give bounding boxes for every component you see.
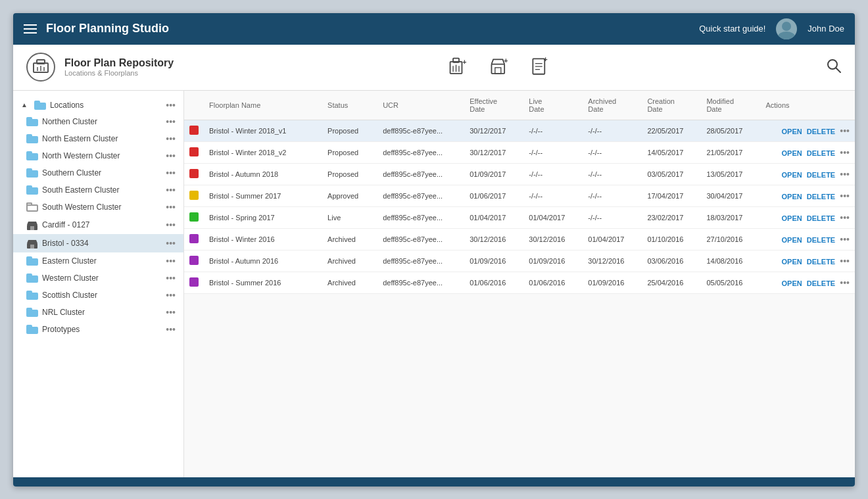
sidebar-item-bristol[interactable]: Bristol - 0334 ••• (13, 234, 183, 252)
row-modified-date: 13/05/2017 (701, 163, 760, 185)
root-dots-menu[interactable]: ••• (166, 100, 176, 110)
delete-button[interactable]: DELETE (807, 236, 835, 244)
open-button[interactable]: OPEN (782, 258, 802, 266)
row-more-menu[interactable]: ••• (840, 126, 850, 136)
open-button[interactable]: OPEN (782, 128, 802, 135)
delete-button[interactable]: DELETE (807, 214, 835, 222)
row-name: Bristol - Winter 2018_v1 (204, 120, 322, 141)
sidebar-item-south-western[interactable]: South Western Cluster ••• (13, 199, 183, 216)
sidebar-item-northen[interactable]: Northen Cluster ••• (13, 113, 183, 130)
delete-button[interactable]: DELETE (807, 258, 835, 266)
top-navigation: Floor Planning Studio Quick start guide!… (13, 13, 855, 45)
open-button[interactable]: OPEN (782, 171, 802, 179)
item-dots-menu[interactable]: ••• (166, 256, 176, 266)
open-button[interactable]: OPEN (782, 214, 802, 222)
svg-point-1 (778, 32, 795, 39)
sidebar-item-prototypes[interactable]: Prototypes ••• (13, 321, 183, 338)
row-status: Proposed (322, 120, 377, 141)
col-header-modified: ModifiedDate (701, 91, 760, 120)
row-name: Bristol - Summer 2017 (204, 185, 322, 206)
item-dots-menu[interactable]: ••• (166, 185, 176, 195)
sidebar-item-southern[interactable]: Southern Cluster ••• (13, 164, 183, 181)
item-dots-menu[interactable]: ••• (166, 168, 176, 178)
item-dots-menu[interactable]: ••• (166, 202, 176, 212)
sidebar-item-cardiff[interactable]: Cardiff - 0127 ••• (13, 216, 183, 234)
sidebar-item-north-western[interactable]: North Western Cluster ••• (13, 147, 183, 164)
bottom-bar (13, 477, 855, 487)
item-dots-menu[interactable]: ••• (166, 151, 176, 161)
sidebar-root-header[interactable]: ▲ Locations ••• (13, 97, 183, 113)
row-actions: OPEN DELETE ••• (760, 141, 855, 163)
open-button[interactable]: OPEN (782, 279, 802, 287)
row-more-menu[interactable]: ••• (840, 212, 850, 223)
sidebar-item-eastern[interactable]: Eastern Cluster ••• (13, 252, 183, 270)
sidebar-root-label: Locations (50, 101, 162, 110)
open-button[interactable]: OPEN (782, 193, 802, 201)
row-name: Bristol - Autumn 2016 (204, 250, 322, 272)
row-effective-date: 01/09/2017 (464, 163, 523, 185)
add-location-button[interactable]: + (448, 56, 470, 78)
row-more-menu[interactable]: ••• (840, 147, 850, 158)
row-actions: OPEN DELETE ••• (760, 272, 855, 293)
item-dots-menu[interactable]: ••• (166, 133, 176, 144)
sidebar-item-label: Northen Cluster (42, 117, 162, 126)
item-dots-menu[interactable]: ••• (166, 116, 176, 127)
delete-button[interactable]: DELETE (807, 149, 835, 157)
row-more-menu[interactable]: ••• (840, 277, 850, 288)
quick-start-link[interactable]: Quick start guide! (699, 24, 765, 34)
sidebar-item-south-eastern[interactable]: South Eastern Cluster ••• (13, 181, 183, 199)
toolbar-action-group: + + + (174, 56, 826, 78)
item-dots-menu[interactable]: ••• (166, 273, 176, 283)
row-effective-date: 30/12/2017 (464, 120, 523, 141)
delete-button[interactable]: DELETE (807, 279, 835, 287)
row-ucr: deff895c-e87yee... (377, 120, 464, 141)
delete-button[interactable]: DELETE (807, 171, 835, 179)
delete-button[interactable]: DELETE (807, 193, 835, 201)
row-more-menu[interactable]: ••• (840, 169, 850, 179)
row-live-date: 01/06/2016 (523, 272, 583, 293)
col-header-name: Floorplan Name (204, 91, 322, 120)
item-dots-menu[interactable]: ••• (166, 238, 176, 249)
row-more-menu[interactable]: ••• (840, 191, 850, 201)
collapse-arrow-icon: ▲ (21, 101, 28, 108)
item-dots-menu[interactable]: ••• (166, 324, 176, 335)
delete-button[interactable]: DELETE (807, 128, 835, 135)
hamburger-menu[interactable] (24, 24, 37, 34)
sidebar-item-scottish[interactable]: Scottish Cluster ••• (13, 287, 183, 304)
row-more-menu[interactable]: ••• (840, 256, 850, 266)
open-button[interactable]: OPEN (782, 149, 802, 157)
row-color-cell (184, 120, 204, 141)
row-more-menu[interactable]: ••• (840, 234, 850, 245)
row-archived-date: -/-/-- (583, 185, 642, 206)
row-archived-date: -/-/-- (583, 120, 642, 141)
row-modified-date: 05/05/2016 (701, 272, 760, 293)
row-name: Bristol - Autumn 2018 (204, 163, 322, 185)
col-header-ucr: UCR (377, 91, 464, 120)
sidebar-item-north-eastern[interactable]: North Eastern Cluster ••• (13, 130, 183, 147)
sidebar-item-nrl[interactable]: NRL Cluster ••• (13, 304, 183, 321)
row-status: Proposed (322, 163, 377, 185)
item-dots-menu[interactable]: ••• (166, 290, 176, 300)
row-archived-date: -/-/-- (583, 206, 642, 228)
add-floorplan-button[interactable]: + (529, 56, 552, 78)
svg-rect-13 (492, 64, 505, 74)
svg-text:+: + (504, 57, 508, 64)
row-created-date: 17/04/2017 (642, 185, 701, 206)
svg-point-0 (782, 22, 791, 31)
item-dots-menu[interactable]: ••• (166, 307, 176, 318)
sidebar-item-western[interactable]: Western Cluster ••• (13, 270, 183, 287)
row-name: Bristol - Winter 2018_v2 (204, 141, 322, 163)
row-modified-date: 21/05/2017 (701, 141, 760, 163)
row-live-date: 01/09/2016 (523, 250, 583, 272)
row-ucr: deff895c-e87yee... (377, 272, 464, 293)
row-effective-date: 30/12/2017 (464, 141, 523, 163)
add-store-button[interactable]: + (489, 56, 511, 78)
table-row: Bristol - Winter 2018_v2 Proposed deff89… (184, 141, 855, 163)
row-ucr: deff895c-e87yee... (377, 163, 464, 185)
item-dots-menu[interactable]: ••• (166, 220, 176, 230)
row-effective-date: 01/06/2017 (464, 185, 523, 206)
row-ucr: deff895c-e87yee... (377, 228, 464, 250)
sidebar-item-label: South Eastern Cluster (42, 185, 162, 195)
open-button[interactable]: OPEN (782, 236, 802, 244)
search-button[interactable] (826, 58, 842, 76)
